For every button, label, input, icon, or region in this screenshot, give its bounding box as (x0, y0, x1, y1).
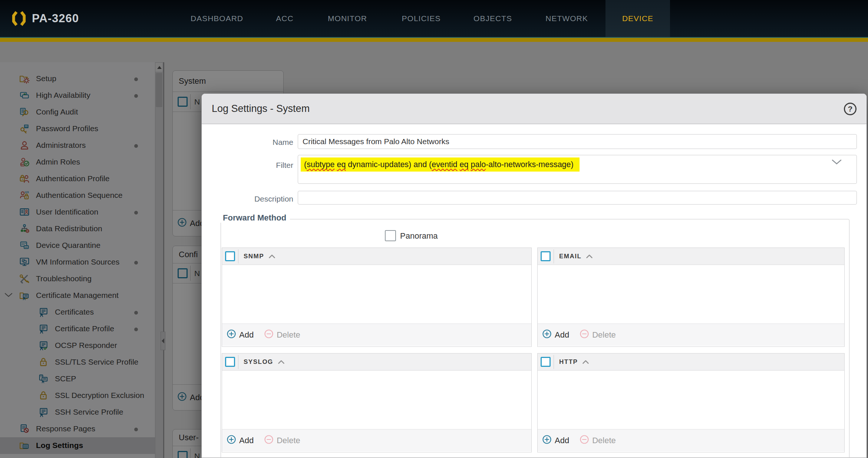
header-separator (238, 249, 238, 263)
panel-empty-list (222, 265, 531, 323)
panel-footer: Add Delete (222, 323, 531, 346)
filter-field-label: Filter (239, 161, 293, 170)
header-separator (554, 355, 554, 369)
add-button[interactable]: Add (227, 435, 254, 447)
name-field-label: Name (239, 138, 293, 147)
panel-footer: Add Delete (222, 429, 531, 451)
panel-title: EMAIL (559, 253, 581, 260)
panel-title: HTTP (559, 358, 578, 366)
palo-alto-networks-logo-icon (10, 10, 27, 27)
filter-input[interactable]: (subtype eq dynamic-updates) and (eventi… (298, 155, 857, 184)
log-settings-system-dialog: Log Settings - System ? Name Filter (sub… (201, 93, 867, 458)
top-navbar: PA-3260 DASHBOARDACCMONITORPOLICIESOBJEC… (0, 0, 868, 37)
panel-footer: Add Delete (538, 323, 844, 346)
panel-header: SYSLOG (222, 354, 531, 371)
nav-tab-device[interactable]: DEVICE (605, 0, 670, 37)
caret-up-icon[interactable] (582, 360, 589, 364)
panel-empty-list (222, 371, 531, 429)
add-button[interactable]: Add (227, 329, 254, 341)
circle-minus-icon (264, 435, 274, 447)
forward-method-legend: Forward Method (219, 213, 290, 223)
delete-button[interactable]: Delete (580, 329, 616, 341)
filter-token: -alto-networks-message) (486, 160, 574, 169)
add-button[interactable]: Add (542, 435, 569, 447)
panel-select-checkbox[interactable] (225, 357, 235, 367)
panorama-label: Panorama (400, 231, 438, 241)
filter-token-misspelled: palo (471, 160, 486, 169)
delete-button[interactable]: Delete (264, 329, 300, 341)
panel-title: SYSLOG (244, 358, 273, 366)
nav-tab-dashboard[interactable]: DASHBOARD (184, 0, 250, 37)
header-separator (554, 249, 554, 263)
circle-plus-icon (542, 329, 552, 341)
panel-header: EMAIL (538, 248, 844, 265)
filter-token-misspelled: eq (460, 160, 469, 169)
panel-title: SNMP (244, 253, 264, 260)
panel-footer: Add Delete (538, 429, 844, 451)
delete-button[interactable]: Delete (580, 435, 616, 447)
circle-plus-icon (227, 329, 236, 341)
filter-token-misspelled: eventid (432, 160, 457, 169)
filter-token: dynamic-updates) and ( (346, 160, 432, 169)
panel-empty-list (538, 371, 844, 429)
nav-tab-acc[interactable]: ACC (272, 0, 297, 37)
circle-minus-icon (580, 329, 589, 341)
circle-plus-icon (542, 435, 552, 447)
circle-minus-icon (264, 329, 274, 341)
panel-header: SNMP (222, 248, 531, 265)
add-button[interactable]: Add (542, 329, 569, 341)
circle-plus-icon (227, 435, 236, 447)
nav-tab-objects[interactable]: OBJECTS (469, 0, 516, 37)
forward-panel-snmp: SNMP Add Delete (222, 248, 532, 347)
header-separator (238, 355, 238, 369)
app-screen: PA-3260 DASHBOARDACCMONITORPOLICIESOBJEC… (0, 0, 868, 458)
name-input[interactable] (298, 134, 857, 149)
caret-up-icon[interactable] (268, 254, 275, 259)
filter-token-misspelled: eq (337, 160, 346, 169)
panel-select-checkbox[interactable] (225, 251, 235, 261)
nav-tab-network[interactable]: NETWORK (538, 0, 595, 37)
forward-panel-http: HTTP Add Delete (537, 353, 845, 452)
forward-panel-syslog: SYSLOG Add Delete (222, 353, 532, 452)
panel-select-checkbox[interactable] (541, 357, 551, 367)
description-field-label: Description (239, 195, 293, 203)
dialog-title: Log Settings - System (212, 94, 310, 124)
panel-header: HTTP (538, 354, 844, 371)
circle-minus-icon (580, 435, 589, 447)
panorama-checkbox[interactable] (385, 230, 396, 241)
panel-empty-list (538, 265, 844, 323)
nav-tab-policies[interactable]: POLICIES (397, 0, 445, 37)
description-input[interactable] (298, 191, 857, 205)
dialog-header: Log Settings - System ? (202, 94, 867, 124)
gold-accent-stripe (0, 37, 868, 42)
forward-panel-email: EMAIL Add Delete (537, 248, 845, 347)
device-model-title: PA-3260 (32, 0, 79, 37)
caret-up-icon[interactable] (586, 254, 593, 259)
help-icon[interactable]: ? (844, 103, 857, 115)
delete-button[interactable]: Delete (264, 435, 300, 447)
filter-token-misspelled: subtype (307, 160, 334, 169)
panel-select-checkbox[interactable] (541, 251, 551, 261)
filter-query-highlighted-text: (subtype eq dynamic-updates) and (eventi… (301, 157, 580, 172)
nav-tab-monitor[interactable]: MONITOR (321, 0, 374, 37)
filter-dropdown-chevron-icon[interactable] (832, 159, 842, 165)
caret-up-icon[interactable] (278, 360, 285, 364)
